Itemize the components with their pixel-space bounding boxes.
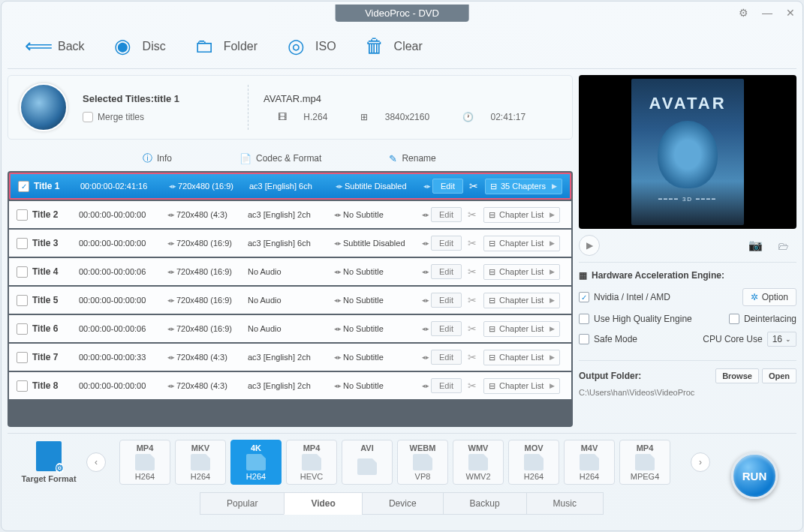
format-preset[interactable]: MP4MPEG4	[619, 440, 670, 485]
title-subtitle[interactable]: No Subtitle	[343, 296, 422, 305]
run-button[interactable]: RUN	[731, 452, 778, 499]
option-button[interactable]: ✲Option	[742, 288, 796, 306]
format-preset[interactable]: WEBMVP8	[397, 440, 448, 485]
clear-button[interactable]: 🗑Clear	[363, 35, 423, 59]
title-checkbox[interactable]	[17, 380, 28, 392]
open-button[interactable]: Open	[762, 368, 796, 383]
disc-button[interactable]: ◉Disc	[111, 35, 166, 59]
cpu-core-select[interactable]: 16⌄	[767, 332, 796, 347]
category-tab[interactable]: Popular	[200, 492, 285, 515]
deinterlacing-checkbox[interactable]: Deinterlacing	[729, 314, 796, 324]
title-row[interactable]: Title 4 00:00:00-00:00:06◂▸ 720x480 (16:…	[9, 258, 571, 285]
edit-button[interactable]: Edit	[432, 179, 463, 194]
minimize-icon[interactable]: —	[762, 7, 772, 19]
title-row[interactable]: Title 3 00:00:00-00:00:00◂▸ 720x480 (16:…	[9, 230, 571, 257]
scissors-icon[interactable]: ✂	[464, 380, 480, 392]
chapter-button[interactable]: ⊟Chapter List▶	[483, 236, 560, 251]
iso-button[interactable]: ◎ISO	[284, 35, 336, 59]
trash-icon: 🗑	[363, 35, 387, 59]
edit-button[interactable]: Edit	[431, 350, 462, 365]
title-subtitle[interactable]: No Subtitle	[343, 324, 422, 333]
title-timerange: 00:00:00-00:00:06	[79, 267, 167, 276]
edit-button[interactable]: Edit	[431, 321, 462, 336]
gear-icon[interactable]: ⚙	[739, 7, 748, 19]
play-button[interactable]: ▶	[579, 235, 600, 256]
scissors-icon[interactable]: ✂	[464, 323, 480, 335]
format-preset[interactable]: MP4HEVC	[286, 440, 337, 485]
format-preset[interactable]: 4KH264	[230, 440, 282, 485]
snapshot-icon[interactable]: 📷	[748, 239, 763, 252]
title-audio[interactable]: ac3 [English] 2ch	[248, 381, 334, 390]
merge-titles-checkbox[interactable]: Merge titles	[83, 112, 233, 122]
title-row[interactable]: Title 2 00:00:00-00:00:00◂▸ 720x480 (4:3…	[9, 201, 571, 228]
title-row[interactable]: Title 5 00:00:00-00:00:00◂▸ 720x480 (16:…	[9, 287, 571, 314]
chapter-button[interactable]: ⊟Chapter List▶	[483, 321, 560, 337]
title-subtitle[interactable]: No Subtitle	[343, 210, 422, 219]
title-checkbox[interactable]	[17, 238, 28, 249]
rename-action[interactable]: ✎Rename	[389, 152, 435, 165]
title-audio[interactable]: No Audio	[248, 267, 334, 276]
chapter-button[interactable]: ⊟Chapter List▶	[483, 207, 560, 223]
chapter-button[interactable]: ⊟Chapter List▶	[483, 293, 560, 308]
back-button[interactable]: ⟸Back	[26, 35, 85, 59]
scissors-icon[interactable]: ✂	[465, 180, 482, 192]
title-row[interactable]: Title 6 00:00:00-00:00:06◂▸ 720x480 (16:…	[9, 315, 571, 342]
title-checkbox[interactable]	[17, 323, 28, 335]
category-tab[interactable]: Backup	[443, 492, 527, 515]
browse-button[interactable]: Browse	[715, 368, 759, 383]
title-checkbox[interactable]	[17, 266, 28, 278]
vendor-checkbox[interactable]: ✓Nvidia / Intel / AMD	[579, 292, 670, 302]
scissors-icon[interactable]: ✂	[464, 237, 480, 249]
format-preset[interactable]: MOVH264	[508, 440, 559, 485]
title-checkbox[interactable]	[17, 352, 28, 363]
safemode-checkbox[interactable]: Safe Mode	[579, 334, 637, 344]
format-preset[interactable]: MKVH264	[175, 440, 226, 485]
folder-button[interactable]: 🗀Folder	[192, 35, 257, 59]
title-checkbox[interactable]	[17, 295, 28, 306]
title-row[interactable]: Title 8 00:00:00-00:00:00◂▸ 720x480 (4:3…	[9, 372, 571, 399]
chapter-button[interactable]: ⊟Chapter List▶	[483, 350, 560, 365]
info-action[interactable]: ⓘInfo	[143, 152, 172, 165]
title-subtitle[interactable]: Subtitle Disabled	[343, 239, 422, 248]
title-audio[interactable]: ac3 [English] 2ch	[248, 353, 334, 362]
scissors-icon[interactable]: ✂	[464, 351, 480, 363]
format-next-button[interactable]: ›	[691, 452, 710, 472]
format-preset[interactable]: M4VH264	[564, 440, 615, 485]
title-subtitle[interactable]: No Subtitle	[343, 353, 422, 362]
category-tab[interactable]: Device	[362, 492, 444, 515]
chapter-button[interactable]: ⊟Chapter List▶	[483, 264, 560, 280]
hq-checkbox[interactable]: Use High Quality Engine	[579, 314, 692, 324]
edit-button[interactable]: Edit	[431, 236, 462, 251]
title-audio[interactable]: ac3 [English] 2ch	[248, 210, 334, 219]
title-row[interactable]: ✓ Title 1 00:00:00-02:41:16◂▸ 720x480 (1…	[9, 173, 571, 200]
title-checkbox[interactable]	[17, 209, 28, 221]
scissors-icon[interactable]: ✂	[464, 209, 480, 221]
category-tab[interactable]: Video	[284, 492, 362, 515]
title-audio[interactable]: No Audio	[248, 296, 334, 305]
chapter-button[interactable]: ⊟35 Chapters▶	[485, 179, 562, 194]
title-subtitle[interactable]: No Subtitle	[343, 267, 422, 276]
format-prev-button[interactable]: ‹	[86, 452, 106, 472]
edit-button[interactable]: Edit	[431, 378, 462, 393]
close-icon[interactable]: ✕	[786, 7, 795, 19]
edit-button[interactable]: Edit	[431, 264, 462, 279]
format-preset[interactable]: MP4H264	[119, 440, 170, 485]
format-preset[interactable]: WMVWMV2	[453, 440, 504, 485]
open-folder-icon[interactable]: 🗁	[778, 239, 789, 252]
chapter-button[interactable]: ⊟Chapter List▶	[483, 378, 560, 394]
codec-action[interactable]: 📄Codec & Format	[239, 152, 321, 165]
title-audio[interactable]: No Audio	[248, 324, 334, 333]
category-tab[interactable]: Music	[526, 492, 604, 515]
title-audio[interactable]: ac3 [English] 6ch	[248, 239, 334, 248]
title-subtitle[interactable]: Subtitle Disabled	[345, 182, 423, 191]
title-row[interactable]: Title 7 00:00:00-00:00:33◂▸ 720x480 (4:3…	[9, 344, 571, 371]
scissors-icon[interactable]: ✂	[464, 294, 480, 306]
edit-button[interactable]: Edit	[431, 207, 462, 222]
scissors-icon[interactable]: ✂	[464, 266, 480, 278]
format-preset[interactable]: AVI	[342, 440, 393, 485]
title-audio[interactable]: ac3 [English] 6ch	[249, 182, 336, 191]
disc-icon: ◉	[111, 35, 135, 59]
edit-button[interactable]: Edit	[431, 293, 462, 308]
title-checkbox[interactable]: ✓	[18, 181, 29, 192]
title-subtitle[interactable]: No Subtitle	[343, 381, 422, 390]
